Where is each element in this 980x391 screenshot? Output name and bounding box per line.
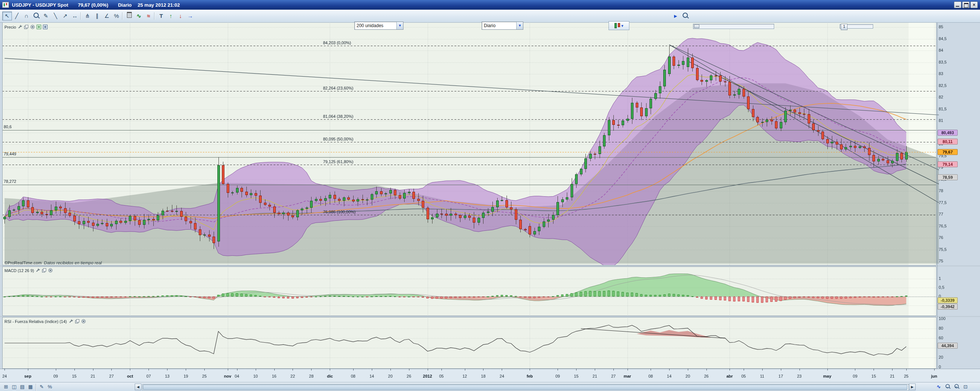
restore-icon — [964, 3, 969, 8]
play-button[interactable]: ▸ — [672, 11, 679, 21]
restore-button[interactable] — [962, 2, 970, 8]
window-buttons: × — [954, 2, 978, 8]
chevron-down-icon: ▾ — [621, 24, 624, 28]
magnet-tool-button[interactable]: ∩ — [22, 11, 31, 21]
wave-pattern-button[interactable]: ∿ — [134, 11, 144, 21]
toolbar-separator — [80, 12, 81, 20]
zoom-in-button[interactable]: + — [953, 383, 960, 391]
minimize-icon — [956, 6, 959, 7]
zoom-tool-button[interactable] — [31, 11, 41, 21]
text-tool-icon: T — [159, 13, 163, 19]
main-toolbar: ↖ ╱ ∩ ✎ ╲ ↗ ↔ ⋔ ∥ ∠ % ∿ ≈ T ↑ ↓ → 200 un… — [0, 9, 980, 23]
close-button[interactable]: × — [970, 2, 978, 8]
ray-icon: ↗ — [63, 13, 68, 19]
titlebar: USDJPY - USD/JPY Spot 79,67 (0,00%) Diar… — [0, 0, 980, 9]
fit-screen-button[interactable]: ⊡ — [962, 383, 969, 391]
scrollbar-right-button[interactable]: ▶ — [909, 383, 916, 390]
toolbar-separator — [122, 12, 123, 20]
minichart-button[interactable]: ∿ — [935, 383, 942, 391]
price-chart-canvas[interactable] — [0, 0, 980, 391]
titlebar-datetime: 25 may 2012 21:02 — [138, 2, 180, 8]
pitchfork-tool-button[interactable]: ⋔ — [83, 11, 92, 21]
chevron-down-icon: ▾ — [516, 22, 523, 29]
workspace-button[interactable]: ⊞ — [2, 383, 10, 391]
pencil-tool-button[interactable]: ✎ — [41, 11, 51, 21]
print-icon: ▤ — [20, 384, 25, 389]
scale-handle[interactable]: 1 — [841, 24, 848, 30]
zoom-out-button[interactable]: − — [944, 383, 951, 391]
channel-tool-button[interactable]: ∥ — [92, 11, 102, 21]
pencil-icon: ✎ — [43, 13, 48, 19]
fibonacci-tool-button[interactable]: % — [112, 11, 121, 21]
units-value: 200 unidades — [355, 23, 396, 28]
ruler-tool-button[interactable]: ╱ — [12, 11, 22, 21]
scrollbar-thumb[interactable] — [143, 385, 907, 390]
close-icon: × — [971, 2, 977, 8]
print-button[interactable]: ▤ — [19, 383, 26, 391]
magnifier-icon — [682, 13, 688, 18]
timeframe-value: Diario — [482, 23, 516, 28]
edit-button[interactable]: ✎ — [38, 383, 45, 391]
arrow-up-icon: ↑ — [169, 13, 172, 19]
statusbar-separator — [36, 383, 37, 391]
toolbar-separator — [154, 12, 155, 20]
fibonacci-icon: % — [114, 13, 119, 19]
wave-pattern-icon: ∿ — [137, 13, 142, 19]
pointer-icon: ↖ — [5, 13, 10, 19]
chevron-down-icon: ▾ — [396, 22, 403, 29]
pointer-tool-button[interactable]: ↖ — [2, 11, 12, 21]
statusbar: ⊞ ◫ ▤ ▦ ✎ % ◀ ▶ ∿ − + ⊡ — [0, 382, 980, 391]
chart-type-button[interactable]: ▾ — [609, 21, 629, 30]
up-arrow-tool-button[interactable]: ↑ — [166, 11, 176, 21]
scroll-left-icon: ◀ — [137, 385, 140, 389]
text-tool-button[interactable]: T — [156, 11, 166, 21]
arrow-right-icon: → — [188, 13, 193, 19]
magnet-icon: ∩ — [25, 13, 29, 19]
fit-screen-icon: ⊡ — [964, 384, 968, 389]
window-title: USDJPY - USD/JPY Spot — [12, 2, 68, 8]
line-tool-button[interactable]: ╲ — [51, 11, 60, 21]
titlebar-price: 79,67 (0,00%) — [78, 2, 108, 8]
trash-button[interactable] — [124, 11, 134, 21]
app-icon — [2, 2, 9, 8]
edit-icon: ✎ — [40, 384, 44, 389]
percent-button[interactable]: % — [46, 383, 54, 391]
minus-icon: − — [946, 384, 948, 391]
zoom-slider-handle[interactable] — [694, 25, 699, 28]
scale-control[interactable]: 1 — [840, 24, 873, 28]
arrow-down-icon: ↓ — [179, 13, 182, 19]
workspace-icon: ⊞ — [4, 384, 8, 389]
zigzag-pattern-icon: ≈ — [147, 13, 150, 19]
fan-lines-icon: ∠ — [104, 13, 109, 19]
grid-button[interactable]: ▦ — [27, 383, 34, 391]
fan-tool-button[interactable]: ∠ — [102, 11, 112, 21]
grid-icon: ▦ — [28, 384, 33, 389]
right-arrow-tool-button[interactable]: → — [185, 11, 195, 21]
zoom-slider[interactable] — [693, 24, 774, 29]
zigzag-pattern-button[interactable]: ≈ — [144, 11, 153, 21]
candlestick-icon — [614, 23, 617, 28]
horizontal-line-icon: ↔ — [72, 13, 78, 19]
line-icon: ╲ — [54, 13, 57, 19]
horizontal-line-tool-button[interactable]: ↔ — [70, 11, 80, 21]
cascade-icon: ◫ — [12, 384, 16, 389]
pitchfork-icon: ⋔ — [85, 13, 90, 19]
minichart-icon: ∿ — [937, 384, 941, 389]
trash-icon — [127, 12, 132, 18]
magnifier-icon — [33, 13, 39, 18]
plus-icon: + — [955, 384, 957, 391]
minimize-button[interactable] — [954, 2, 961, 8]
ray-tool-button[interactable]: ↗ — [60, 11, 70, 21]
percent-icon: % — [48, 384, 52, 389]
timeframe-dropdown[interactable]: Diario ▾ — [482, 22, 523, 30]
titlebar-timeframe: Diario — [118, 2, 132, 8]
cascade-windows-button[interactable]: ◫ — [10, 383, 18, 391]
units-dropdown[interactable]: 200 unidades ▾ — [354, 22, 404, 30]
down-arrow-tool-button[interactable]: ↓ — [176, 11, 185, 21]
play-icon: ▸ — [674, 13, 677, 19]
chart-scrollbar[interactable] — [142, 384, 909, 391]
zoom-settings-button[interactable] — [680, 11, 690, 21]
scrollbar-left-button[interactable]: ◀ — [135, 383, 142, 390]
scroll-right-icon: ▶ — [911, 385, 914, 389]
channel-icon: ∥ — [95, 13, 99, 19]
